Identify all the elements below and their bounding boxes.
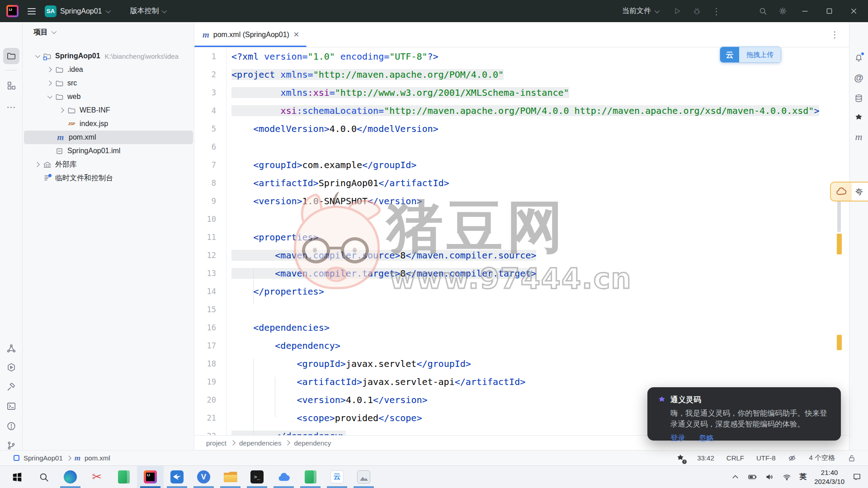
tree-item-pom.xml[interactable]: mpom.xml (24, 131, 193, 144)
indent-setting[interactable]: 4 个空格 (809, 454, 835, 462)
taskbar-app-edge[interactable] (57, 466, 84, 488)
file-encoding[interactable]: UTF-8 (756, 454, 776, 462)
clock[interactable]: 21:40 2024/3/10 (814, 468, 844, 486)
tree-item-SpringAop01.iml[interactable]: SpringAop01.iml (23, 144, 194, 158)
taskbar-app-cloud[interactable] (270, 466, 297, 488)
tree-item---------[interactable]: 临时文件和控制台 (23, 171, 194, 185)
drag-upload-button[interactable]: 云 拖拽上传 (720, 47, 781, 63)
breadcrumb-dependencies[interactable]: dependencies (239, 439, 281, 447)
chevron-right-icon[interactable] (33, 163, 42, 166)
ime-indicator[interactable]: 英 (799, 472, 807, 482)
maven-tool-icon[interactable]: m (851, 129, 867, 145)
volume-icon[interactable] (765, 472, 774, 482)
code-line-16[interactable]: 16 <dependencies> (194, 319, 849, 337)
code-line-11[interactable]: 11 <properties> (194, 228, 849, 246)
taskbar-app-folder[interactable] (217, 466, 244, 488)
structure-tool-button[interactable] (3, 77, 19, 94)
tree-item-SpringAop01[interactable]: SpringAop01K:\biancheng\works\idea (23, 49, 194, 63)
warning-stripe-mark[interactable] (837, 234, 842, 254)
project-panel-header[interactable]: 项目 (23, 22, 194, 42)
login-link[interactable]: 登录 (670, 433, 685, 443)
run-configuration-selector[interactable]: 当前文件 (622, 6, 658, 16)
code-line-5[interactable]: 5 <modelVersion>4.0.0</modelVersion> (194, 120, 849, 138)
chevron-down-icon[interactable] (45, 95, 54, 99)
tab-close-icon[interactable]: ✕ (293, 30, 299, 39)
tree-item-index.jsp[interactable]: JSPindex.jsp (23, 117, 194, 131)
project-widget[interactable]: SA SpringAop01 (45, 5, 109, 17)
tab-options-icon[interactable]: ⋮ (830, 29, 839, 40)
terminal-tool-button[interactable] (3, 398, 19, 414)
taskbar-app-idea[interactable] (137, 466, 164, 488)
problems-tool-button[interactable] (3, 418, 19, 434)
main-menu-button[interactable] (28, 8, 36, 14)
code-line-6[interactable]: 6 (194, 138, 849, 156)
tray-expand-icon[interactable] (731, 472, 740, 482)
chevron-right-icon[interactable] (45, 68, 54, 71)
taskbar-app-search[interactable] (30, 466, 57, 488)
dependencies-graph-button[interactable] (3, 340, 19, 357)
dismiss-link[interactable]: 忽略 (699, 433, 714, 443)
notifications-bell-icon[interactable] (851, 50, 867, 66)
tongyi-lingma-icon[interactable] (851, 110, 867, 125)
code-line-13[interactable]: 13 <maven.compiler.target>8</maven.compi… (194, 264, 849, 282)
status-file[interactable]: pom.xml (85, 454, 110, 462)
taskbar-app-bird[interactable] (164, 466, 190, 488)
code-line-18[interactable]: 18 <groupId>javax.servlet</groupId> (194, 355, 849, 373)
taskbar-app-book2[interactable] (297, 466, 324, 488)
run-button[interactable] (669, 4, 684, 19)
taskbar-app-yun[interactable]: 云 (324, 466, 350, 488)
code-line-2[interactable]: 2<project xmlns="http://maven.apache.org… (194, 66, 849, 84)
minimize-button[interactable] (795, 2, 815, 20)
quark-cloud-widget[interactable]: 夸 (830, 182, 868, 202)
breadcrumb-dependency[interactable]: dependency (294, 439, 331, 447)
code-line-7[interactable]: 7 <groupId>com.example</groupId> (194, 156, 849, 174)
vcs-widget[interactable]: 版本控制 (130, 6, 165, 16)
services-tool-button[interactable] (3, 359, 19, 375)
wifi-icon[interactable] (782, 472, 792, 482)
tree-item-src[interactable]: src (23, 76, 194, 90)
taskbar-app-cmd[interactable]: >_ (244, 466, 270, 488)
project-tool-button[interactable] (3, 48, 19, 64)
debug-button[interactable] (689, 4, 704, 19)
line-ending[interactable]: CRLF (726, 454, 744, 462)
tree-item----[interactable]: 外部库 (23, 158, 194, 171)
build-tool-button[interactable] (3, 379, 19, 395)
breadcrumb-project[interactable]: project (206, 439, 226, 447)
chevron-down-icon[interactable] (33, 54, 42, 58)
database-icon[interactable] (851, 90, 867, 106)
code-editor[interactable]: 1<?xml version="1.0" encoding="UTF-8"?>2… (194, 47, 849, 435)
taskbar-app-scissors[interactable]: ✂ (84, 466, 110, 488)
tree-item-WEB-INF[interactable]: WEB-INF (23, 103, 194, 117)
chevron-right-icon[interactable] (45, 81, 54, 85)
taskbar-app-start[interactable] (4, 466, 30, 488)
tab-pom-xml[interactable]: m pom.xml (SpringAop01) ✕ (194, 22, 307, 47)
maximize-button[interactable] (819, 2, 839, 20)
unlock-icon[interactable] (847, 454, 856, 463)
status-project[interactable]: SpringAop01 (24, 454, 63, 462)
battery-icon[interactable] (748, 472, 757, 482)
code-line-14[interactable]: 14 </properties> (194, 282, 849, 300)
code-line-8[interactable]: 8 <artifactId>SpringAop01</artifactId> (194, 174, 849, 192)
code-line-3[interactable]: 3 xmlns:xsi="http://www.w3.org/2001/XMLS… (194, 84, 849, 102)
tree-item-web[interactable]: web (23, 90, 194, 103)
chevron-right-icon[interactable] (57, 108, 66, 112)
code-line-15[interactable]: 15 (194, 300, 849, 319)
taskbar-app-book[interactable] (110, 466, 137, 488)
code-line-9[interactable]: 9 <version>1.0-SNAPSHOT</version> (194, 192, 849, 210)
more-actions-button[interactable]: ⋮ (709, 4, 724, 19)
code-line-4[interactable]: 4 xsi:schemaLocation="http://maven.apach… (194, 102, 849, 120)
tongyi-status-icon[interactable]: ! (676, 454, 685, 463)
code-line-17[interactable]: 17 <dependency> (194, 337, 849, 355)
ai-spiral-icon[interactable]: @ (851, 70, 867, 85)
caret-position[interactable]: 33:42 (697, 454, 714, 462)
more-tools-button[interactable]: ⋯ (3, 99, 19, 115)
close-button[interactable] (844, 2, 863, 20)
inspections-off-eye-icon[interactable] (788, 454, 797, 463)
action-center-icon[interactable] (852, 472, 862, 482)
settings-gear-button[interactable] (775, 4, 790, 19)
warning-stripe-mark[interactable] (837, 335, 842, 350)
code-line-10[interactable]: 10 (194, 210, 849, 228)
taskbar-app-viewer[interactable] (350, 466, 377, 488)
search-button[interactable] (755, 4, 770, 19)
tree-item-.idea[interactable]: .idea (23, 63, 194, 76)
